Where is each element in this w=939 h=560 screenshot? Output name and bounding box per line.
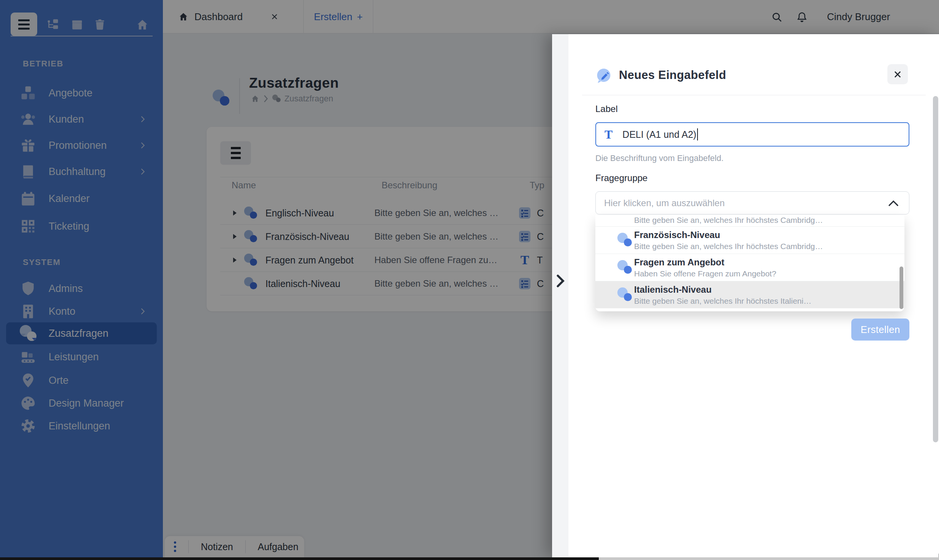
text-type-icon: T — [604, 128, 612, 140]
chat-icon — [617, 260, 632, 274]
select-placeholder: Hier klicken, um auszuwählen — [604, 198, 724, 208]
close-button[interactable] — [887, 64, 908, 84]
dropdown-option-fragen[interactable]: Fragen zum Angebot Haben Sie offene Frag… — [595, 254, 904, 281]
new-input-field-drawer: Neues Eingabefeld Label T DELI (A1 und A… — [552, 34, 939, 557]
group-field-label: Fragegruppe — [595, 173, 647, 183]
label-input[interactable]: T DELI (A1 und A2) — [595, 122, 909, 147]
option-title: Italienisch-Niveau — [634, 284, 712, 295]
option-subtitle: Haben Sie offene Fragen zum Angebot? — [634, 269, 776, 278]
option-subtitle: Bitte geben Sie an, welches Ihr höchstes… — [634, 242, 823, 251]
drawer-body: Neues Eingabefeld Label T DELI (A1 und A… — [568, 34, 939, 557]
dropdown-option-italienisch[interactable]: Italienisch-Niveau Bitte geben Sie an, w… — [595, 281, 904, 308]
window-bottom-edge-light — [599, 557, 939, 560]
option-title: Französisch-Niveau — [634, 230, 720, 240]
edit-bubble-icon — [595, 68, 612, 85]
text-cursor — [697, 128, 698, 140]
dialog-title: Neues Eingabefeld — [619, 68, 726, 82]
dropdown-scrollbar[interactable] — [900, 267, 903, 309]
drawer-scrollbar-track[interactable] — [933, 34, 939, 557]
chevron-up-icon — [888, 200, 898, 207]
group-dropdown: Bitte geben Sie an, welches Ihr höchstes… — [595, 215, 904, 311]
dropdown-option-clipped[interactable]: Bitte geben Sie an, welches Ihr höchstes… — [634, 216, 823, 225]
drawer-scrollbar-thumb[interactable] — [933, 96, 938, 442]
option-subtitle: Bitte geben Sie an, welches Ihr höchstes… — [634, 297, 811, 306]
label-field-label: Label — [595, 104, 618, 114]
label-helper-text: Die Beschriftung vom Eingabefeld. — [595, 153, 724, 163]
option-title: Fragen zum Angebot — [634, 257, 724, 268]
chat-icon — [617, 287, 632, 302]
collapse-chevron-icon[interactable] — [555, 274, 566, 288]
app-window: BETRIEB Angebote Kunden Promotionen Buch… — [0, 0, 939, 560]
label-input-value: DELI (A1 und A2) — [622, 129, 696, 140]
group-select[interactable]: Hier klicken, um auszuwählen — [595, 191, 909, 215]
erstellen-button[interactable]: Erstellen — [851, 319, 909, 341]
dropdown-option-franzoesisch[interactable]: Französisch-Niveau Bitte geben Sie an, w… — [595, 227, 904, 254]
drawer-rail — [552, 34, 568, 557]
dialog-divider — [582, 95, 926, 95]
window-bottom-edge — [0, 557, 599, 560]
chat-icon — [617, 233, 632, 247]
close-icon — [893, 70, 902, 79]
